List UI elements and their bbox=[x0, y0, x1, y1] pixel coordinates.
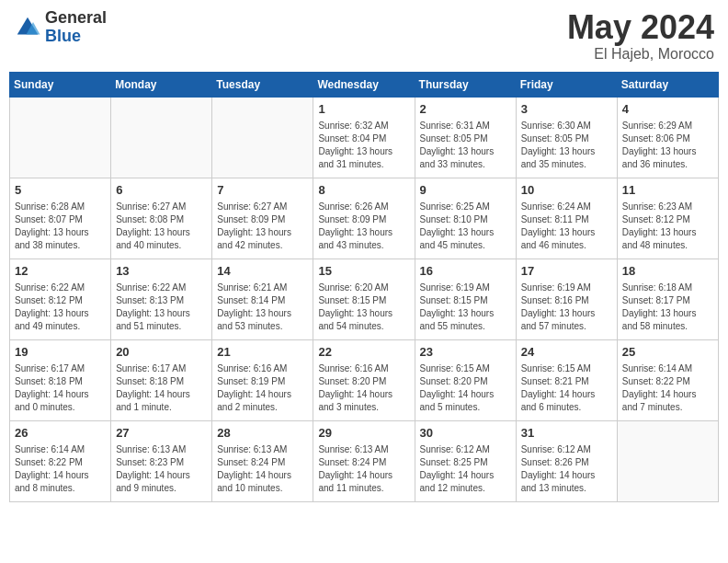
calendar-cell: 12Sunrise: 6:22 AM Sunset: 8:12 PM Dayli… bbox=[10, 259, 111, 339]
header-day-monday: Monday bbox=[111, 72, 212, 97]
header-day-tuesday: Tuesday bbox=[212, 72, 313, 97]
day-info: Sunrise: 6:22 AM Sunset: 8:12 PM Dayligh… bbox=[15, 282, 106, 333]
calendar-cell: 24Sunrise: 6:15 AM Sunset: 8:21 PM Dayli… bbox=[516, 339, 617, 420]
logo-icon bbox=[14, 14, 41, 41]
calendar-cell: 21Sunrise: 6:16 AM Sunset: 8:19 PM Dayli… bbox=[212, 339, 313, 420]
calendar-cell bbox=[212, 97, 313, 178]
calendar-cell: 18Sunrise: 6:18 AM Sunset: 8:17 PM Dayli… bbox=[617, 259, 718, 339]
day-number: 24 bbox=[521, 344, 612, 361]
day-info: Sunrise: 6:27 AM Sunset: 8:08 PM Dayligh… bbox=[116, 201, 207, 252]
day-info: Sunrise: 6:12 AM Sunset: 8:25 PM Dayligh… bbox=[420, 443, 511, 495]
calendar-cell bbox=[617, 420, 718, 501]
day-info: Sunrise: 6:14 AM Sunset: 8:22 PM Dayligh… bbox=[622, 362, 713, 414]
day-info: Sunrise: 6:29 AM Sunset: 8:06 PM Dayligh… bbox=[622, 120, 713, 171]
calendar-body: 1Sunrise: 6:32 AM Sunset: 8:04 PM Daylig… bbox=[10, 97, 719, 501]
day-number: 2 bbox=[420, 101, 511, 118]
calendar-cell: 8Sunrise: 6:26 AM Sunset: 8:09 PM Daylig… bbox=[313, 178, 415, 259]
day-info: Sunrise: 6:18 AM Sunset: 8:17 PM Dayligh… bbox=[622, 282, 713, 333]
calendar-cell: 10Sunrise: 6:24 AM Sunset: 8:11 PM Dayli… bbox=[516, 178, 617, 259]
day-number: 19 bbox=[15, 344, 106, 361]
calendar-cell: 11Sunrise: 6:23 AM Sunset: 8:12 PM Dayli… bbox=[617, 178, 718, 259]
header-day-friday: Friday bbox=[516, 72, 617, 97]
day-info: Sunrise: 6:13 AM Sunset: 8:23 PM Dayligh… bbox=[116, 443, 207, 495]
day-number: 12 bbox=[15, 263, 106, 280]
calendar-cell bbox=[10, 97, 111, 178]
day-number: 18 bbox=[622, 263, 713, 280]
day-info: Sunrise: 6:22 AM Sunset: 8:13 PM Dayligh… bbox=[116, 282, 207, 333]
day-number: 6 bbox=[116, 182, 207, 199]
day-number: 20 bbox=[116, 344, 207, 361]
day-info: Sunrise: 6:15 AM Sunset: 8:20 PM Dayligh… bbox=[420, 362, 511, 414]
calendar-cell: 22Sunrise: 6:16 AM Sunset: 8:20 PM Dayli… bbox=[313, 339, 415, 420]
day-info: Sunrise: 6:13 AM Sunset: 8:24 PM Dayligh… bbox=[217, 443, 308, 495]
week-row-2: 12Sunrise: 6:22 AM Sunset: 8:12 PM Dayli… bbox=[10, 259, 719, 339]
calendar-cell: 30Sunrise: 6:12 AM Sunset: 8:25 PM Dayli… bbox=[415, 420, 516, 501]
day-number: 9 bbox=[420, 182, 511, 199]
day-number: 13 bbox=[116, 263, 207, 280]
location: El Hajeb, Morocco bbox=[567, 46, 714, 63]
day-number: 23 bbox=[420, 344, 511, 361]
week-row-4: 26Sunrise: 6:14 AM Sunset: 8:22 PM Dayli… bbox=[10, 420, 719, 501]
calendar-cell: 26Sunrise: 6:14 AM Sunset: 8:22 PM Dayli… bbox=[10, 420, 111, 501]
page-header: General Blue May 2024 El Hajeb, Morocco bbox=[9, 9, 719, 63]
calendar-table: SundayMondayTuesdayWednesdayThursdayFrid… bbox=[9, 72, 719, 502]
day-number: 31 bbox=[521, 425, 612, 442]
day-number: 5 bbox=[15, 182, 106, 199]
day-number: 28 bbox=[217, 425, 308, 442]
day-info: Sunrise: 6:19 AM Sunset: 8:15 PM Dayligh… bbox=[420, 282, 511, 333]
day-number: 21 bbox=[217, 344, 308, 361]
day-info: Sunrise: 6:28 AM Sunset: 8:07 PM Dayligh… bbox=[15, 201, 106, 252]
day-number: 15 bbox=[318, 263, 409, 280]
day-number: 11 bbox=[622, 182, 713, 199]
day-number: 16 bbox=[420, 263, 511, 280]
day-info: Sunrise: 6:17 AM Sunset: 8:18 PM Dayligh… bbox=[116, 362, 207, 414]
day-number: 17 bbox=[521, 263, 612, 280]
header-row: SundayMondayTuesdayWednesdayThursdayFrid… bbox=[10, 72, 719, 97]
day-number: 1 bbox=[318, 101, 409, 118]
header-day-saturday: Saturday bbox=[617, 72, 718, 97]
calendar-cell: 17Sunrise: 6:19 AM Sunset: 8:16 PM Dayli… bbox=[516, 259, 617, 339]
calendar-cell: 27Sunrise: 6:13 AM Sunset: 8:23 PM Dayli… bbox=[111, 420, 212, 501]
calendar-cell: 20Sunrise: 6:17 AM Sunset: 8:18 PM Dayli… bbox=[111, 339, 212, 420]
calendar-cell: 16Sunrise: 6:19 AM Sunset: 8:15 PM Dayli… bbox=[415, 259, 516, 339]
calendar-cell: 9Sunrise: 6:25 AM Sunset: 8:10 PM Daylig… bbox=[415, 178, 516, 259]
day-info: Sunrise: 6:13 AM Sunset: 8:24 PM Dayligh… bbox=[318, 443, 409, 495]
day-info: Sunrise: 6:27 AM Sunset: 8:09 PM Dayligh… bbox=[217, 201, 308, 252]
month-year: May 2024 bbox=[567, 9, 714, 46]
calendar-cell bbox=[111, 97, 212, 178]
calendar-cell: 4Sunrise: 6:29 AM Sunset: 8:06 PM Daylig… bbox=[617, 97, 718, 178]
day-number: 30 bbox=[420, 425, 511, 442]
week-row-1: 5Sunrise: 6:28 AM Sunset: 8:07 PM Daylig… bbox=[10, 178, 719, 259]
day-info: Sunrise: 6:25 AM Sunset: 8:10 PM Dayligh… bbox=[420, 201, 511, 252]
day-info: Sunrise: 6:17 AM Sunset: 8:18 PM Dayligh… bbox=[15, 362, 106, 414]
day-info: Sunrise: 6:24 AM Sunset: 8:11 PM Dayligh… bbox=[521, 201, 612, 252]
week-row-3: 19Sunrise: 6:17 AM Sunset: 8:18 PM Dayli… bbox=[10, 339, 719, 420]
calendar-cell: 15Sunrise: 6:20 AM Sunset: 8:15 PM Dayli… bbox=[313, 259, 415, 339]
calendar-cell: 14Sunrise: 6:21 AM Sunset: 8:14 PM Dayli… bbox=[212, 259, 313, 339]
header-day-sunday: Sunday bbox=[10, 72, 111, 97]
calendar-cell: 7Sunrise: 6:27 AM Sunset: 8:09 PM Daylig… bbox=[212, 178, 313, 259]
calendar-header: SundayMondayTuesdayWednesdayThursdayFrid… bbox=[10, 72, 719, 97]
day-info: Sunrise: 6:16 AM Sunset: 8:19 PM Dayligh… bbox=[217, 362, 308, 414]
calendar-cell: 23Sunrise: 6:15 AM Sunset: 8:20 PM Dayli… bbox=[415, 339, 516, 420]
day-number: 22 bbox=[318, 344, 409, 361]
day-number: 10 bbox=[521, 182, 612, 199]
day-number: 26 bbox=[15, 425, 106, 442]
calendar-cell: 3Sunrise: 6:30 AM Sunset: 8:05 PM Daylig… bbox=[516, 97, 617, 178]
day-number: 25 bbox=[622, 344, 713, 361]
day-number: 3 bbox=[521, 101, 612, 118]
header-day-wednesday: Wednesday bbox=[313, 72, 415, 97]
calendar-cell: 19Sunrise: 6:17 AM Sunset: 8:18 PM Dayli… bbox=[10, 339, 111, 420]
day-info: Sunrise: 6:16 AM Sunset: 8:20 PM Dayligh… bbox=[318, 362, 409, 414]
logo-blue: Blue bbox=[45, 28, 107, 46]
day-info: Sunrise: 6:20 AM Sunset: 8:15 PM Dayligh… bbox=[318, 282, 409, 333]
day-number: 8 bbox=[318, 182, 409, 199]
calendar-cell: 29Sunrise: 6:13 AM Sunset: 8:24 PM Dayli… bbox=[313, 420, 415, 501]
calendar-cell: 5Sunrise: 6:28 AM Sunset: 8:07 PM Daylig… bbox=[10, 178, 111, 259]
logo-text: General Blue bbox=[45, 9, 107, 46]
day-info: Sunrise: 6:23 AM Sunset: 8:12 PM Dayligh… bbox=[622, 201, 713, 252]
calendar-cell: 6Sunrise: 6:27 AM Sunset: 8:08 PM Daylig… bbox=[111, 178, 212, 259]
calendar-cell: 13Sunrise: 6:22 AM Sunset: 8:13 PM Dayli… bbox=[111, 259, 212, 339]
week-row-0: 1Sunrise: 6:32 AM Sunset: 8:04 PM Daylig… bbox=[10, 97, 719, 178]
day-info: Sunrise: 6:21 AM Sunset: 8:14 PM Dayligh… bbox=[217, 282, 308, 333]
